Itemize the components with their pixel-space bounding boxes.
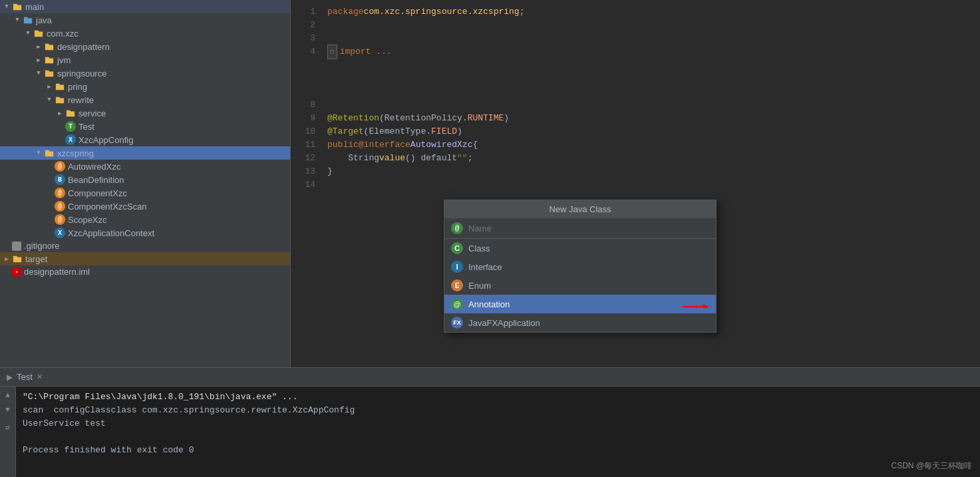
code-line-1: package com.xzc.springsource.xzcspring; [321,5,980,19]
gitignore-icon [12,241,21,251]
scroll-up-btn[interactable]: ▲ [2,389,14,401]
code-line-10: @Target(ElementType.FIELD) [321,125,980,138]
tree-item-gitignore[interactable]: .gitignore [0,239,290,252]
popup-item-class[interactable]: C Class [444,239,716,257]
popup-item-enum[interactable]: E Enum [444,276,716,295]
tree-label-xzcspring: xzcspring [57,148,94,158]
tree-label-springsource: springsource [57,69,106,79]
folder-icon-springsource [44,68,55,79]
folder-icon-service [65,108,76,118]
tree-item-iml[interactable]: ✦ designpattern.iml [0,265,290,278]
tree-label-xzcappconfig: XzcAppConfig [79,135,133,145]
tree-item-componentxzcscan[interactable]: @ ComponentXzcScan [0,200,290,213]
tree-item-componentxzc[interactable]: @ ComponentXzc [0,186,290,200]
popup-item-annotation[interactable]: @ Annotation [444,295,716,313]
console-output[interactable]: "C:\Program Files\Java\jdk1.8.0_191\bin\… [16,387,980,477]
file-icon-beandefinition: B [55,174,65,185]
arrow-rewrite [45,96,53,104]
tree-item-target[interactable]: target [0,252,290,265]
tab-label: Test [17,372,33,382]
tree-item-jvm[interactable]: jvm [0,53,290,67]
tree-item-xzcapplicationcontext[interactable]: X XzcApplicationContext [0,226,290,239]
code-line-11: public @interface AutowiredXzc { [321,138,980,152]
arrow-target [3,255,11,263]
tree-item-autowiredxzc[interactable]: @ AutowiredXzc [0,160,290,173]
code-line-12: String value() default ""; [321,152,980,165]
folder-icon-xzcspring [44,148,55,158]
code-line-6 [321,72,980,85]
tree-item-main[interactable]: main [0,0,290,13]
scroll-down-btn[interactable]: ▼ [2,404,14,416]
tree-label-componentxzcscan: ComponentXzcScan [68,202,147,212]
console-line-4 [23,430,973,444]
file-icon-autowiredxzc: @ [55,161,65,172]
folder-icon-pring [55,81,65,92]
tree-label-pring: pring [68,82,87,92]
tree-item-xzcappconfig[interactable]: X XzcAppConfig [0,133,290,146]
interface-icon: I [451,261,463,273]
bottom-side-buttons[interactable]: ▲ ▼ ⇄ [0,387,16,477]
code-line-8 [321,98,980,112]
popup-item-javafx[interactable]: FX JavaFXApplication [444,313,716,332]
tree-item-pring[interactable]: pring [0,80,290,93]
tree-item-springsource[interactable]: springsource [0,67,290,80]
tree-item-java[interactable]: java [0,13,290,27]
tree-item-designpattern[interactable]: designpattern [0,40,290,53]
folder-icon-java [23,15,33,25]
code-line-9: @Retention(RetentionPolicy.RUNTIME) [321,112,980,125]
code-line-2 [321,19,980,32]
bottom-tabs[interactable]: ▶ Test ✕ [0,368,980,387]
arrow-springsource [35,69,43,77]
line-numbers: 1 2 3 4 8 9 10 11 12 13 14 [291,0,321,367]
tree-label-iml: designpattern.iml [24,267,90,277]
console-line-3: UserService test [23,417,973,430]
popup-item-javafx-label: JavaFXApplication [468,318,540,328]
tab-close-btn[interactable]: ✕ [37,373,43,381]
tab-icon: ▶ [7,373,13,382]
popup-item-class-label: Class [468,243,490,253]
popup-item-interface[interactable]: I Interface [444,257,716,276]
bottom-panel: ▶ Test ✕ ▲ ▼ ⇄ "C:\Program Files\Java\jd… [0,367,980,477]
file-tree[interactable]: main java com.xzc designpattern [0,0,291,367]
popup-name-icon: @ [451,222,463,234]
file-icon-xzcappconfig: X [65,134,76,145]
tree-label-gitignore: .gitignore [24,241,59,251]
file-icon-test: T [65,121,76,132]
annotation-icon: @ [451,298,463,310]
arrow-main [3,3,11,11]
tree-item-xzcspring[interactable]: xzcspring [0,146,290,160]
tree-item-rewrite[interactable]: rewrite [0,93,290,106]
popup-name-row[interactable]: @ [444,218,716,239]
javafx-icon: FX [451,317,463,329]
tree-label-target: target [25,254,47,264]
folder-icon-rewrite [55,94,65,105]
code-line-7 [321,85,980,98]
arrow-service [56,109,64,117]
tree-label-designpattern: designpattern [57,42,110,52]
arrow-com-xzc [24,29,32,37]
tree-item-beandefinition[interactable]: B BeanDefinition [0,173,290,186]
file-icon-xzcapplicationcontext: X [55,228,65,238]
tab-test[interactable]: ▶ Test ✕ [0,368,49,386]
code-line-4: ⊟import ... [321,45,980,59]
file-icon-componentxzcscan: @ [55,201,65,212]
watermark: CSDN @每天三杯咖啡 [891,460,972,472]
new-java-class-popup[interactable]: New Java Class @ C Class I Interface E E… [444,200,717,333]
console-line-1: "C:\Program Files\Java\jdk1.8.0_191\bin\… [23,391,973,404]
popup-name-input[interactable] [468,224,709,234]
tree-label-componentxzc: ComponentXzc [68,188,127,198]
tree-item-test[interactable]: T Test [0,120,290,133]
folder-icon-com-xzc [33,28,44,39]
code-line-13: } [321,165,980,178]
console-line-5: Process finished with exit code 0 [23,444,973,457]
tree-item-scopexzc[interactable]: @ ScopeXzc [0,213,290,226]
wrap-btn[interactable]: ⇄ [2,421,14,433]
console-line-2: scan configClassclass com.xzc.springsour… [23,404,973,417]
tree-item-service[interactable]: service [0,106,290,120]
folder-icon-jvm [44,55,55,65]
tree-label-rewrite: rewrite [68,95,94,105]
tree-item-com-xzc[interactable]: com.xzc [0,27,290,40]
file-icon-scopexzc: @ [55,214,65,225]
arrow-designpattern [35,43,43,51]
tree-label-test: Test [79,122,94,132]
